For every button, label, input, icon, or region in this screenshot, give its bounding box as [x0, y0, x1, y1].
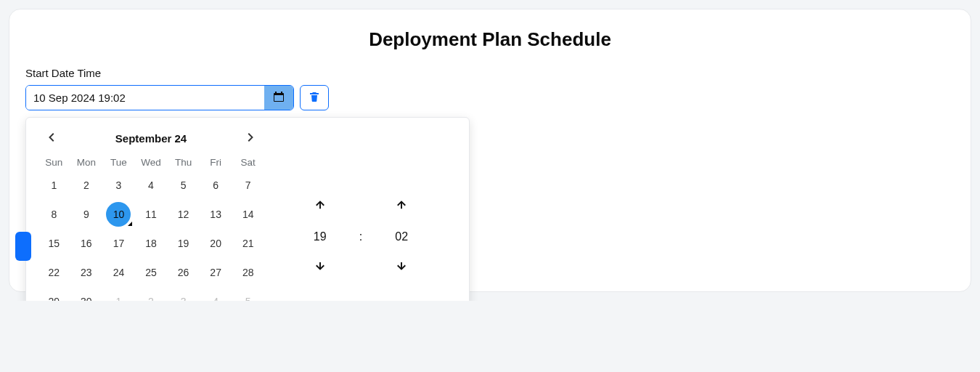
calendar-day[interactable]: 15 [38, 229, 70, 258]
calendar-day[interactable]: 16 [70, 229, 103, 258]
calendar-day[interactable]: 11 [135, 200, 168, 229]
open-calendar-button[interactable] [264, 86, 293, 110]
calendar-day[interactable]: 6 [200, 171, 232, 200]
hour-down-button[interactable] [310, 258, 330, 278]
next-month-button[interactable] [240, 128, 260, 148]
calendar-day[interactable]: 22 [38, 258, 70, 287]
calendar-day[interactable]: 2 [135, 287, 168, 301]
calendar-day[interactable]: 8 [38, 200, 70, 229]
hour-value[interactable]: 19 [314, 230, 327, 243]
calendar-day[interactable]: 5 [167, 171, 200, 200]
datetime-row [25, 85, 955, 110]
arrow-down-icon [396, 262, 407, 274]
calendar-day[interactable]: 12 [167, 200, 200, 229]
datetime-input-group [25, 85, 294, 110]
weekday-label: Sat [232, 157, 264, 168]
trash-icon [309, 91, 320, 105]
start-datetime-label: Start Date Time [25, 67, 955, 79]
calendar-day[interactable]: 26 [167, 258, 200, 287]
calendar-day[interactable]: 21 [232, 229, 264, 258]
calendar-day[interactable]: 28 [232, 258, 264, 287]
time-panel: 19 : 02 [264, 128, 457, 301]
calendar-day[interactable]: 1 [38, 171, 70, 200]
clear-datetime-button[interactable] [300, 85, 329, 110]
calendar-day[interactable]: 29 [38, 287, 70, 301]
datetime-picker-popover: September 24 SunMonTueWedThuFriSat 12345… [25, 117, 470, 301]
calendar-grid: 1234567891011121314151617181920212223242… [38, 171, 264, 301]
calendar-day[interactable]: 24 [102, 258, 135, 287]
calendar-day[interactable]: 13 [200, 200, 232, 229]
arrow-up-icon [315, 199, 325, 211]
calendar-day[interactable]: 5 [232, 287, 264, 301]
hour-spinner: 19 [310, 195, 330, 278]
calendar-day[interactable]: 17 [102, 229, 135, 258]
minute-up-button[interactable] [391, 195, 412, 216]
weekday-label: Tue [102, 157, 135, 168]
calendar-day[interactable]: 10 [102, 200, 135, 229]
calendar-day[interactable]: 19 [167, 229, 200, 258]
weekday-label: Sun [38, 157, 70, 168]
calendar-day[interactable]: 3 [167, 287, 200, 301]
calendar-day[interactable]: 1 [102, 287, 135, 301]
weekday-label: Wed [135, 157, 168, 168]
chevron-right-icon [245, 132, 255, 145]
month-label[interactable]: September 24 [115, 132, 187, 145]
weekday-label: Mon [70, 157, 103, 168]
minute-value[interactable]: 02 [395, 230, 408, 243]
calendar-day[interactable]: 4 [135, 171, 168, 200]
calendar-day[interactable]: 18 [135, 229, 168, 258]
chevron-left-icon [47, 132, 57, 145]
weekday-label: Fri [200, 157, 232, 168]
arrow-up-icon [396, 199, 407, 211]
calendar-day[interactable]: 7 [232, 171, 264, 200]
time-separator: : [359, 230, 362, 243]
calendar-day[interactable]: 3 [102, 171, 135, 200]
page-title: Deployment Plan Schedule [25, 28, 955, 51]
schedule-card: Deployment Plan Schedule Start Date Time [9, 9, 971, 292]
calendar-day[interactable]: 25 [135, 258, 168, 287]
calendar-day[interactable]: 2 [70, 171, 103, 200]
calendar-day[interactable]: 30 [70, 287, 103, 301]
save-button[interactable] [15, 232, 31, 261]
prev-month-button[interactable] [42, 128, 62, 148]
calendar-icon [273, 91, 285, 105]
calendar-day[interactable]: 27 [200, 258, 232, 287]
calendar-day[interactable]: 9 [70, 200, 103, 229]
hour-up-button[interactable] [310, 195, 330, 216]
calendar-day[interactable]: 23 [70, 258, 103, 287]
calendar-header: September 24 [38, 128, 264, 153]
calendar-day[interactable]: 4 [200, 287, 232, 301]
calendar-day[interactable]: 20 [200, 229, 232, 258]
calendar-panel: September 24 SunMonTueWedThuFriSat 12345… [38, 128, 264, 301]
minute-down-button[interactable] [391, 258, 412, 278]
weekday-label: Thu [167, 157, 200, 168]
arrow-down-icon [315, 262, 325, 274]
minute-spinner: 02 [391, 195, 412, 278]
calendar-day[interactable]: 14 [232, 200, 264, 229]
datetime-input[interactable] [26, 86, 264, 110]
weekday-header: SunMonTueWedThuFriSat [38, 153, 264, 171]
